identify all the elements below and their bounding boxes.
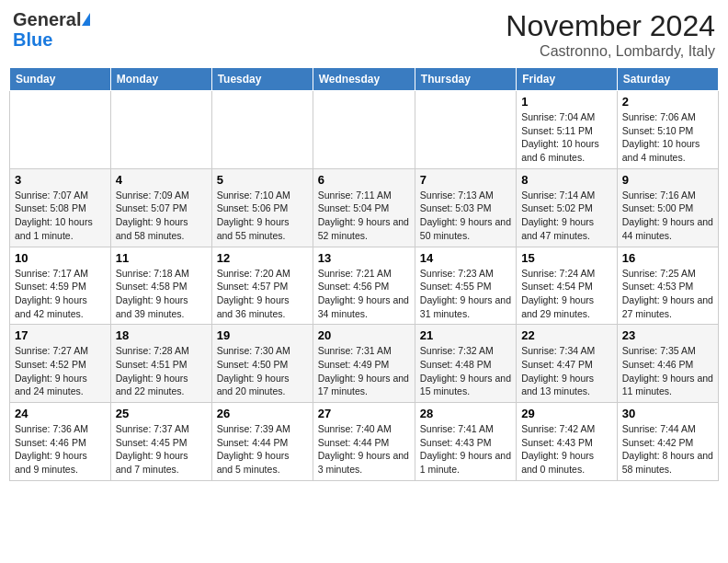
logo-triangle-icon <box>82 13 90 26</box>
calendar-cell: 16Sunrise: 7:25 AM Sunset: 4:53 PM Dayli… <box>617 247 718 325</box>
calendar-cell: 5Sunrise: 7:10 AM Sunset: 5:06 PM Daylig… <box>211 168 313 247</box>
day-number: 3 <box>15 173 106 187</box>
day-number: 23 <box>622 328 713 342</box>
day-info: Sunrise: 7:16 AM Sunset: 5:00 PM Dayligh… <box>622 189 713 243</box>
day-info: Sunrise: 7:41 AM Sunset: 4:43 PM Dayligh… <box>420 422 511 477</box>
month-title: November 2024 <box>506 9 715 43</box>
calendar-header-row: SundayMondayTuesdayWednesdayThursdayFrid… <box>10 68 719 91</box>
column-header-monday: Monday <box>110 68 211 91</box>
column-header-saturday: Saturday <box>617 68 718 91</box>
day-number: 22 <box>521 328 612 342</box>
day-info: Sunrise: 7:27 AM Sunset: 4:52 PM Dayligh… <box>15 344 106 398</box>
location-title: Castronno, Lombardy, Italy <box>506 43 715 60</box>
day-info: Sunrise: 7:04 AM Sunset: 5:11 PM Dayligh… <box>521 110 612 165</box>
day-number: 19 <box>217 328 308 342</box>
calendar-cell: 1Sunrise: 7:04 AM Sunset: 5:11 PM Daylig… <box>517 91 618 169</box>
calendar-cell: 7Sunrise: 7:13 AM Sunset: 5:03 PM Daylig… <box>415 168 516 247</box>
day-number: 30 <box>622 407 713 420</box>
day-number: 6 <box>318 173 410 187</box>
day-info: Sunrise: 7:24 AM Sunset: 4:54 PM Dayligh… <box>521 267 612 321</box>
day-info: Sunrise: 7:30 AM Sunset: 4:50 PM Dayligh… <box>217 344 308 398</box>
day-info: Sunrise: 7:34 AM Sunset: 4:47 PM Dayligh… <box>521 344 612 398</box>
day-number: 28 <box>420 407 511 420</box>
day-info: Sunrise: 7:42 AM Sunset: 4:43 PM Dayligh… <box>521 422 612 477</box>
calendar-cell: 29Sunrise: 7:42 AM Sunset: 4:43 PM Dayli… <box>517 403 618 481</box>
calendar-cell: 10Sunrise: 7:17 AM Sunset: 4:59 PM Dayli… <box>10 247 111 325</box>
week-row-5: 24Sunrise: 7:36 AM Sunset: 4:46 PM Dayli… <box>10 403 719 481</box>
day-info: Sunrise: 7:13 AM Sunset: 5:03 PM Dayligh… <box>420 189 511 243</box>
calendar-cell: 25Sunrise: 7:37 AM Sunset: 4:45 PM Dayli… <box>110 403 211 481</box>
day-info: Sunrise: 7:14 AM Sunset: 5:02 PM Dayligh… <box>521 189 612 243</box>
day-info: Sunrise: 7:09 AM Sunset: 5:07 PM Dayligh… <box>116 189 207 243</box>
day-info: Sunrise: 7:36 AM Sunset: 4:46 PM Dayligh… <box>15 422 106 477</box>
calendar-cell: 15Sunrise: 7:24 AM Sunset: 4:54 PM Dayli… <box>517 247 618 325</box>
day-info: Sunrise: 7:35 AM Sunset: 4:46 PM Dayligh… <box>622 344 713 398</box>
day-info: Sunrise: 7:20 AM Sunset: 4:57 PM Dayligh… <box>217 267 308 321</box>
calendar-cell: 4Sunrise: 7:09 AM Sunset: 5:07 PM Daylig… <box>110 168 211 247</box>
day-number: 12 <box>217 251 308 265</box>
calendar-cell: 3Sunrise: 7:07 AM Sunset: 5:08 PM Daylig… <box>10 168 111 247</box>
calendar-cell: 12Sunrise: 7:20 AM Sunset: 4:57 PM Dayli… <box>211 247 313 325</box>
column-header-tuesday: Tuesday <box>211 68 313 91</box>
calendar-cell: 6Sunrise: 7:11 AM Sunset: 5:04 PM Daylig… <box>313 168 415 247</box>
day-number: 13 <box>318 251 410 265</box>
week-row-2: 3Sunrise: 7:07 AM Sunset: 5:08 PM Daylig… <box>10 168 719 247</box>
day-number: 11 <box>116 251 207 265</box>
day-number: 7 <box>420 173 511 187</box>
calendar-cell <box>211 91 313 169</box>
day-number: 4 <box>116 173 207 187</box>
calendar-cell <box>10 91 111 169</box>
day-info: Sunrise: 7:17 AM Sunset: 4:59 PM Dayligh… <box>15 267 106 321</box>
day-info: Sunrise: 7:32 AM Sunset: 4:48 PM Dayligh… <box>420 344 511 398</box>
calendar-cell: 2Sunrise: 7:06 AM Sunset: 5:10 PM Daylig… <box>617 91 718 169</box>
day-info: Sunrise: 7:07 AM Sunset: 5:08 PM Dayligh… <box>15 189 106 243</box>
calendar-cell: 24Sunrise: 7:36 AM Sunset: 4:46 PM Dayli… <box>10 403 111 481</box>
column-header-thursday: Thursday <box>415 68 516 91</box>
day-info: Sunrise: 7:44 AM Sunset: 4:42 PM Dayligh… <box>622 422 713 477</box>
day-number: 26 <box>217 407 308 420</box>
calendar-cell: 20Sunrise: 7:31 AM Sunset: 4:49 PM Dayli… <box>313 325 415 403</box>
day-number: 9 <box>622 173 713 187</box>
calendar-cell: 30Sunrise: 7:44 AM Sunset: 4:42 PM Dayli… <box>617 403 718 481</box>
calendar-cell: 18Sunrise: 7:28 AM Sunset: 4:51 PM Dayli… <box>110 325 211 403</box>
day-info: Sunrise: 7:10 AM Sunset: 5:06 PM Dayligh… <box>217 189 308 243</box>
day-number: 27 <box>318 407 410 420</box>
day-number: 14 <box>420 251 511 265</box>
day-info: Sunrise: 7:40 AM Sunset: 4:44 PM Dayligh… <box>318 422 410 477</box>
week-row-1: 1Sunrise: 7:04 AM Sunset: 5:11 PM Daylig… <box>10 91 719 169</box>
logo: General Blue <box>13 9 90 51</box>
calendar-cell <box>313 91 415 169</box>
calendar-cell: 22Sunrise: 7:34 AM Sunset: 4:47 PM Dayli… <box>517 325 618 403</box>
calendar-cell: 17Sunrise: 7:27 AM Sunset: 4:52 PM Dayli… <box>10 325 111 403</box>
column-header-wednesday: Wednesday <box>313 68 415 91</box>
calendar-cell: 14Sunrise: 7:23 AM Sunset: 4:55 PM Dayli… <box>415 247 516 325</box>
day-info: Sunrise: 7:31 AM Sunset: 4:49 PM Dayligh… <box>318 344 410 398</box>
calendar-cell: 13Sunrise: 7:21 AM Sunset: 4:56 PM Dayli… <box>313 247 415 325</box>
day-number: 17 <box>15 328 106 342</box>
week-row-3: 10Sunrise: 7:17 AM Sunset: 4:59 PM Dayli… <box>10 247 719 325</box>
day-info: Sunrise: 7:21 AM Sunset: 4:56 PM Dayligh… <box>318 267 410 321</box>
day-number: 20 <box>318 328 410 342</box>
calendar-cell: 26Sunrise: 7:39 AM Sunset: 4:44 PM Dayli… <box>211 403 313 481</box>
day-info: Sunrise: 7:18 AM Sunset: 4:58 PM Dayligh… <box>116 267 207 321</box>
title-area: November 2024 Castronno, Lombardy, Italy <box>506 9 715 60</box>
calendar-cell: 23Sunrise: 7:35 AM Sunset: 4:46 PM Dayli… <box>617 325 718 403</box>
day-number: 18 <box>116 328 207 342</box>
column-header-friday: Friday <box>517 68 618 91</box>
logo-blue: Blue <box>13 29 52 50</box>
calendar-cell: 27Sunrise: 7:40 AM Sunset: 4:44 PM Dayli… <box>313 403 415 481</box>
calendar-cell: 19Sunrise: 7:30 AM Sunset: 4:50 PM Dayli… <box>211 325 313 403</box>
day-number: 29 <box>521 407 612 420</box>
logo-general: General <box>13 9 81 29</box>
day-number: 8 <box>521 173 612 187</box>
calendar-cell: 9Sunrise: 7:16 AM Sunset: 5:00 PM Daylig… <box>617 168 718 247</box>
day-number: 5 <box>217 173 308 187</box>
day-number: 24 <box>15 407 106 420</box>
day-number: 25 <box>116 407 207 420</box>
day-number: 15 <box>521 251 612 265</box>
day-info: Sunrise: 7:23 AM Sunset: 4:55 PM Dayligh… <box>420 267 511 321</box>
day-number: 16 <box>622 251 713 265</box>
day-number: 10 <box>15 251 106 265</box>
day-info: Sunrise: 7:06 AM Sunset: 5:10 PM Dayligh… <box>622 110 713 165</box>
day-info: Sunrise: 7:11 AM Sunset: 5:04 PM Dayligh… <box>318 189 410 243</box>
